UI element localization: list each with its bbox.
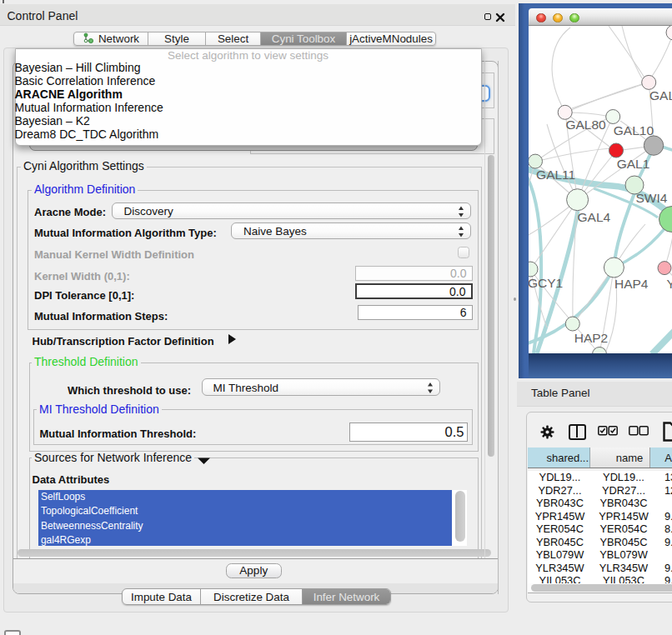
svg-text:GAL11: GAL11 (536, 168, 575, 182)
svg-text:GAL4: GAL4 (578, 210, 611, 224)
svg-text:HAP4: HAP4 (614, 277, 649, 291)
svg-text:GAL80: GAL80 (565, 118, 606, 132)
svg-text:GAL1: GAL1 (617, 157, 650, 171)
svg-text:Y: Y (666, 277, 672, 291)
svg-text:GCY1: GCY1 (529, 276, 563, 290)
svg-text:SWI4: SWI4 (636, 191, 668, 205)
svg-text:GAL: GAL (649, 88, 672, 102)
svg-text:HAP2: HAP2 (574, 331, 609, 345)
svg-text:GAL10: GAL10 (614, 123, 654, 138)
